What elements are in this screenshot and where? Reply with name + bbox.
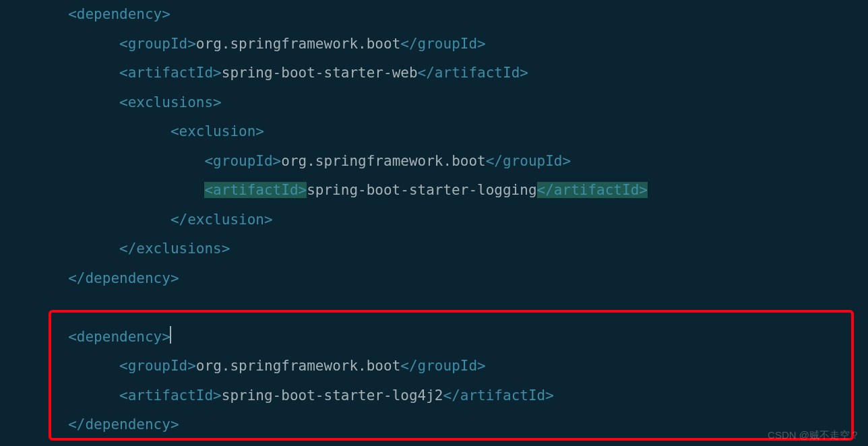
text-cursor: [170, 326, 171, 344]
code-editor[interactable]: <dependency> <groupId>org.springframewor…: [0, 0, 868, 446]
